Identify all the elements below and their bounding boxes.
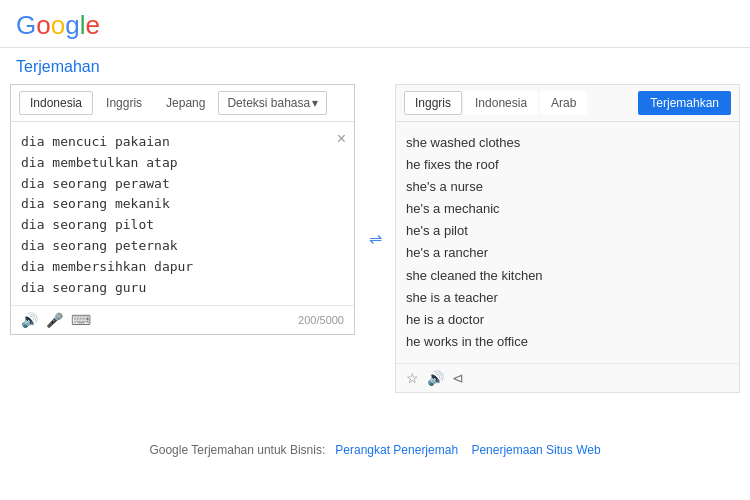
mic-icon[interactable]: 🎤 xyxy=(46,312,63,328)
char-count: 200/5000 xyxy=(298,314,344,326)
translated-line: she is a teacher xyxy=(406,287,729,309)
translated-line: she's a nurse xyxy=(406,176,729,198)
translated-line: he works in the office xyxy=(406,331,729,353)
speaker-icon[interactable]: 🔊 xyxy=(21,312,38,328)
footer-link-penerjemaan[interactable]: Penerjemaan Situs Web xyxy=(471,443,600,457)
target-tab-indonesia[interactable]: Indonesia xyxy=(464,91,538,115)
detect-label: Deteksi bahasa xyxy=(227,96,310,110)
header: Google xyxy=(0,0,750,48)
clear-button[interactable]: × xyxy=(337,130,346,148)
translated-line: he's a mechanic xyxy=(406,198,729,220)
source-tab-inggris[interactable]: Inggris xyxy=(95,91,153,115)
source-tab-detect[interactable]: Deteksi bahasa ▾ xyxy=(218,91,327,115)
source-lang-tabs: Indonesia Inggris Jepang Deteksi bahasa … xyxy=(11,85,354,122)
target-panel: Inggris Indonesia Arab Terjemahkan she w… xyxy=(395,84,740,393)
footer-label: Google Terjemahan untuk Bisnis: xyxy=(149,443,325,457)
source-tab-indonesia[interactable]: Indonesia xyxy=(19,91,93,115)
page-title: Terjemahan xyxy=(0,48,750,84)
target-speaker-icon[interactable]: 🔊 xyxy=(427,370,444,386)
keyboard-icon[interactable]: ⌨ xyxy=(71,312,91,328)
translated-line: he's a pilot xyxy=(406,220,729,242)
translated-line: he fixes the roof xyxy=(406,154,729,176)
star-icon[interactable]: ☆ xyxy=(406,370,419,386)
translated-line: she washed clothes xyxy=(406,132,729,154)
footer-link-perangkat[interactable]: Perangkat Penerjemah xyxy=(335,443,458,457)
translated-line: he is a doctor xyxy=(406,309,729,331)
translated-line: she cleaned the kitchen xyxy=(406,265,729,287)
target-footer: ☆ 🔊 ⊲ xyxy=(396,363,739,392)
page-wrapper: Google Terjemahan Indonesia Inggris Jepa… xyxy=(0,0,750,500)
source-tab-jepang[interactable]: Jepang xyxy=(155,91,216,115)
target-tab-inggris[interactable]: Inggris xyxy=(404,91,462,115)
translate-container: Indonesia Inggris Jepang Deteksi bahasa … xyxy=(0,84,750,393)
source-footer: 🔊 🎤 ⌨ 200/5000 xyxy=(11,305,354,334)
footer-bar: Google Terjemahan untuk Bisnis: Perangka… xyxy=(0,423,750,467)
source-textarea[interactable]: dia mencuci pakaian dia membetulkan atap… xyxy=(11,122,354,302)
google-logo: Google xyxy=(16,10,734,41)
target-tab-arab[interactable]: Arab xyxy=(540,91,587,115)
swap-button[interactable]: ⇌ xyxy=(355,84,395,393)
terjemahkan-button[interactable]: Terjemahkan xyxy=(638,91,731,115)
target-lang-tabs: Inggris Indonesia Arab Terjemahkan xyxy=(396,85,739,122)
source-panel: Indonesia Inggris Jepang Deteksi bahasa … xyxy=(10,84,355,335)
dropdown-arrow: ▾ xyxy=(312,96,318,110)
share-icon[interactable]: ⊲ xyxy=(452,370,464,386)
translated-line: he's a rancher xyxy=(406,242,729,264)
target-text: she washed clotheshe fixes the roofshe's… xyxy=(396,122,739,363)
